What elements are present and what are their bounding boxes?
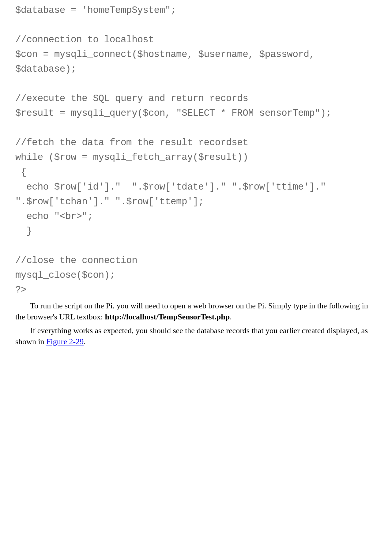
para1-text-c: . xyxy=(230,312,232,321)
page: $database = 'homeTempSystem"; //connecti… xyxy=(0,0,392,368)
figure-link[interactable]: Figure 2-29 xyxy=(46,337,84,346)
paragraph-1: To run the script on the Pi, you will ne… xyxy=(15,300,377,323)
para2-text-c: . xyxy=(84,337,86,346)
code-block: $database = 'homeTempSystem"; //connecti… xyxy=(15,3,377,297)
paragraph-2: If everything works as expected, you sho… xyxy=(15,325,377,348)
url-text: http://localhost/TempSensorTest.php xyxy=(105,312,230,321)
prose-section: To run the script on the Pi, you will ne… xyxy=(15,300,377,348)
